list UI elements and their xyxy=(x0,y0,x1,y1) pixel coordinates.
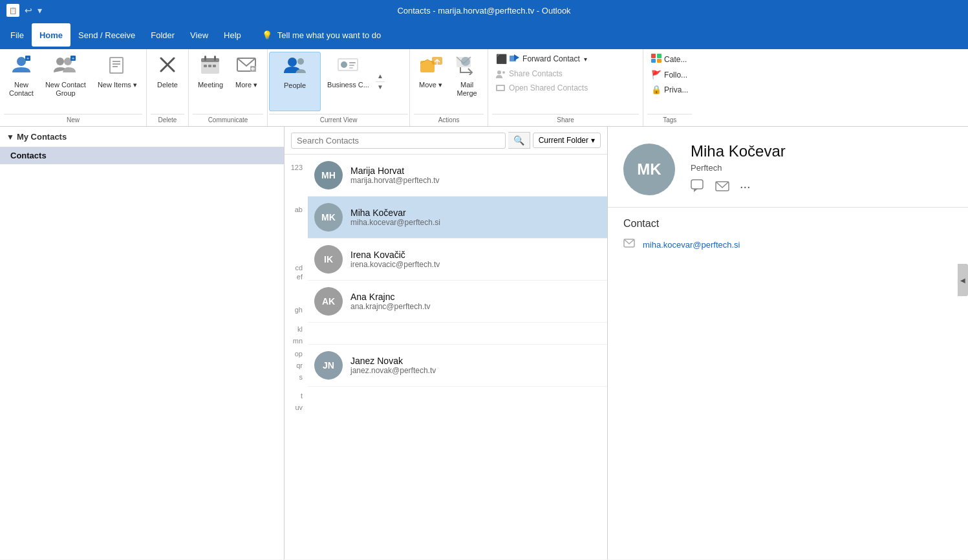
svg-rect-15 xyxy=(201,58,219,62)
people-view-button[interactable]: People xyxy=(269,52,321,111)
menu-folder[interactable]: Folder xyxy=(143,23,182,47)
svg-rect-18 xyxy=(204,65,207,67)
contact-item-miha-kocevar[interactable]: MK Miha Kočevar miha.kocevar@perftech.si xyxy=(308,197,607,239)
menu-home[interactable]: Home xyxy=(32,23,70,47)
ribbon-group-actions: Move ▾ MailMerge Actions xyxy=(410,49,488,126)
more-label: More ▾ xyxy=(235,81,257,89)
alpha-section-tuv: t uv xyxy=(285,387,607,411)
alpha-label-t: t xyxy=(301,392,303,400)
forward-icon xyxy=(510,54,520,63)
new-contact-label: NewContact xyxy=(9,81,34,98)
contact-item-irena-kovacic[interactable]: IK Irena Kovačič irena.kovacic@perftech.… xyxy=(308,239,607,281)
svg-point-37 xyxy=(461,57,470,66)
communicate-group-content: Meeting More ▾ xyxy=(193,52,263,111)
quick-access-dropdown[interactable]: ▾ xyxy=(38,5,42,16)
forward-contact-icon: ⬛ xyxy=(496,54,507,64)
svg-rect-42 xyxy=(497,86,504,90)
move-button[interactable]: Move ▾ xyxy=(414,52,447,111)
ribbon-group-share: ⬛ Forward Contact ▾ Share Contacts xyxy=(488,49,643,126)
contact-item-janez-novak[interactable]: JN Janez Novak janez.novak@perftech.tv xyxy=(308,345,607,387)
new-group-content: + NewContact + New ContactGroup xyxy=(4,52,142,111)
menu-help[interactable]: Help xyxy=(216,23,249,47)
alpha-label-123: 123 xyxy=(285,155,308,197)
search-bar: 🔍 Current Folder ▾ xyxy=(285,127,607,155)
view-scroll-controls: ▲ ▼ xyxy=(376,52,385,111)
contact-info-marija: Marija Horvat marija.horvat@perftech.tv xyxy=(350,166,601,185)
menu-send-receive[interactable]: Send / Receive xyxy=(70,23,143,47)
svg-point-39 xyxy=(497,70,501,74)
new-contact-group-icon: + xyxy=(54,54,77,78)
detail-more-button[interactable]: ··· xyxy=(740,179,751,197)
business-card-view-button[interactable]: Business C... xyxy=(322,52,374,111)
detail-email-row: miha.kocevar@perftech.si xyxy=(623,237,952,252)
actions-group-label: Actions xyxy=(414,114,484,126)
open-shared-contacts-button[interactable]: Open Shared Contacts xyxy=(492,81,639,94)
svg-rect-16 xyxy=(204,56,206,61)
contact-name-irena: Irena Kovačič xyxy=(350,250,601,260)
contact-info-miha: Miha Kočevar miha.kocevar@perftech.si xyxy=(350,208,601,227)
follow-up-button[interactable]: 🚩 Follo... xyxy=(647,68,692,81)
people-view-label: People xyxy=(284,81,306,90)
alpha-label-qr: qr xyxy=(296,361,303,369)
detail-actions: ··· xyxy=(691,179,786,197)
svg-point-25 xyxy=(288,58,297,67)
contact-item-marija-horvat[interactable]: MH Marija Horvat marija.horvat@perftech.… xyxy=(308,155,607,197)
tell-me-search[interactable]: 💡 Tell me what you want to do xyxy=(262,30,381,40)
contact-info-janez: Janez Novak janez.novak@perftech.tv xyxy=(350,356,601,375)
new-contact-group-button[interactable]: + New ContactGroup xyxy=(40,52,91,100)
sidebar-item-contacts[interactable]: Contacts xyxy=(0,147,284,164)
folder-dropdown-arrow: ▾ xyxy=(591,136,595,145)
detail-avatar: MK xyxy=(623,144,675,195)
delete-icon xyxy=(157,54,178,78)
mail-merge-button[interactable]: MailMerge xyxy=(450,52,484,111)
detail-email-link[interactable]: miha.kocevar@perftech.si xyxy=(643,240,740,250)
categorize-button[interactable]: Cate... xyxy=(647,52,692,67)
alpha-label-ef: cd ef xyxy=(285,239,308,281)
new-contact-button[interactable]: + NewContact xyxy=(4,52,39,100)
undo-btn[interactable]: ↩ xyxy=(25,5,32,16)
new-items-button[interactable]: New Items ▾ xyxy=(92,52,142,92)
delete-group-label: Delete xyxy=(151,114,184,126)
svg-text:+: + xyxy=(72,56,74,61)
svg-rect-8 xyxy=(111,58,122,72)
meeting-button[interactable]: Meeting xyxy=(193,52,228,92)
forward-contact-arrow: ▾ xyxy=(584,56,587,63)
contact-list-panel: 🔍 Current Folder ▾ 123 MH Marija Horvat … xyxy=(285,127,608,559)
alpha-label-gh: gh ij xyxy=(285,281,308,323)
svg-point-0 xyxy=(17,57,26,66)
view-scroll-up[interactable]: ▲ xyxy=(376,72,385,80)
categorize-icon xyxy=(651,54,661,65)
meeting-icon xyxy=(200,54,220,78)
folder-dropdown[interactable]: Current Folder ▾ xyxy=(533,133,601,148)
forward-contact-label: Forward Contact xyxy=(522,54,580,63)
detail-info: Miha Kočevar Perftech xyxy=(691,142,786,197)
detail-chat-button[interactable] xyxy=(691,179,705,197)
people-view-icon xyxy=(283,55,307,79)
search-input[interactable] xyxy=(291,133,506,149)
private-button[interactable]: 🔒 Priva... xyxy=(647,83,692,96)
share-contacts-button[interactable]: Share Contacts xyxy=(492,67,639,80)
contact-email-janez: janez.novak@perftech.tv xyxy=(350,366,601,375)
menu-view[interactable]: View xyxy=(182,23,216,47)
sidebar-collapse-button[interactable]: ◀ xyxy=(958,264,968,296)
view-scroll-down[interactable]: ▼ xyxy=(376,83,385,91)
collapse-icon[interactable]: ▼ xyxy=(6,133,14,142)
share-contacts-icon xyxy=(496,69,506,78)
svg-rect-46 xyxy=(657,59,661,63)
delete-group-content: Delete xyxy=(151,52,184,111)
new-items-icon xyxy=(107,54,127,78)
communicate-group-label: Communicate xyxy=(193,114,263,126)
sidebar-nav: ▼ My Contacts Contacts xyxy=(0,127,284,164)
contact-list: 123 MH Marija Horvat marija.horvat@perft… xyxy=(285,155,607,559)
contact-avatar-ana: AK xyxy=(314,287,343,316)
delete-button[interactable]: Delete xyxy=(151,52,184,92)
svg-point-29 xyxy=(341,61,347,68)
contact-item-ana-krajnc[interactable]: AK Ana Krajnc ana.krajnc@perftech.tv xyxy=(308,281,607,323)
contact-avatar-janez: JN xyxy=(314,351,343,380)
more-button[interactable]: More ▾ xyxy=(230,52,263,92)
forward-contact-button[interactable]: ⬛ Forward Contact ▾ xyxy=(492,52,639,66)
menu-file[interactable]: File xyxy=(3,23,32,47)
search-button[interactable]: 🔍 xyxy=(508,132,530,149)
alpha-section-s: op qr s JN Janez Novak janez.novak@perft… xyxy=(285,345,607,387)
detail-email-button[interactable] xyxy=(715,179,729,197)
